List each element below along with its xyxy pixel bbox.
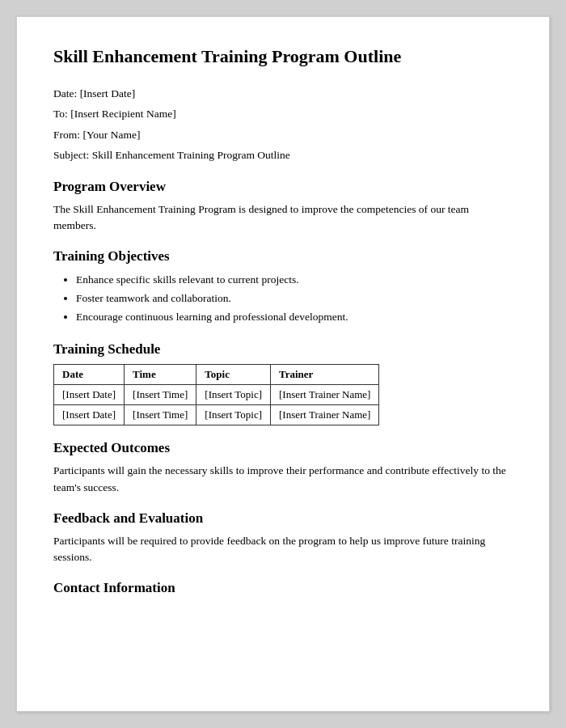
contact-information-heading: Contact Information — [53, 580, 513, 596]
row2-date: [Insert Date] — [54, 405, 125, 425]
from-value: [Your Name] — [82, 129, 140, 141]
list-item: Encourage continuous learning and profes… — [76, 308, 513, 327]
col-header-date: Date — [54, 365, 125, 385]
col-header-topic: Topic — [196, 365, 271, 385]
list-item: Foster teamwork and collaboration. — [76, 290, 513, 308]
to-label: To: — [53, 108, 68, 120]
objectives-list: Enhance specific skills relevant to curr… — [76, 271, 513, 327]
meta-from: From: [Your Name] — [53, 126, 513, 144]
meta-date: Date: [Insert Date] — [53, 85, 513, 103]
subject-value: Skill Enhancement Training Program Outli… — [92, 149, 290, 161]
list-item: Enhance specific skills relevant to curr… — [76, 271, 513, 290]
table-row: [Insert Date] [Insert Time] [Insert Topi… — [54, 385, 379, 405]
row2-time: [Insert Time] — [125, 405, 196, 425]
document-title: Skill Enhancement Training Program Outli… — [53, 45, 513, 69]
date-label: Date: — [53, 87, 77, 99]
table-row: [Insert Date] [Insert Time] [Insert Topi… — [54, 405, 379, 425]
row2-trainer: [Insert Trainer Name] — [271, 405, 379, 425]
document: Skill Enhancement Training Program Outli… — [16, 16, 550, 712]
training-objectives-heading: Training Objectives — [53, 248, 513, 265]
meta-section: Date: [Insert Date] To: [Insert Recipien… — [53, 85, 513, 164]
subject-label: Subject: — [53, 149, 89, 161]
feedback-evaluation-text: Participants will be required to provide… — [53, 533, 513, 566]
col-header-trainer: Trainer — [271, 365, 379, 385]
from-label: From: — [53, 129, 80, 141]
expected-outcomes-heading: Expected Outcomes — [53, 440, 513, 456]
meta-subject: Subject: Skill Enhancement Training Prog… — [53, 146, 513, 164]
row1-trainer: [Insert Trainer Name] — [271, 385, 379, 405]
program-overview-text: The Skill Enhancement Training Program i… — [53, 201, 513, 235]
row1-topic: [Insert Topic] — [196, 385, 271, 405]
row1-date: [Insert Date] — [54, 385, 125, 405]
program-overview-heading: Program Overview — [53, 179, 513, 195]
row1-time: [Insert Time] — [125, 385, 196, 405]
row2-topic: [Insert Topic] — [196, 405, 271, 425]
date-value: [Insert Date] — [80, 87, 136, 99]
table-header-row: Date Time Topic Trainer — [54, 365, 379, 385]
training-schedule-heading: Training Schedule — [53, 341, 513, 358]
feedback-evaluation-heading: Feedback and Evaluation — [53, 510, 513, 527]
to-value: [Insert Recipient Name] — [70, 108, 175, 120]
col-header-time: Time — [125, 365, 196, 385]
meta-to: To: [Insert Recipient Name] — [53, 105, 513, 123]
schedule-table: Date Time Topic Trainer [Insert Date] [I… — [53, 364, 379, 425]
expected-outcomes-text: Participants will gain the necessary ski… — [53, 463, 513, 496]
